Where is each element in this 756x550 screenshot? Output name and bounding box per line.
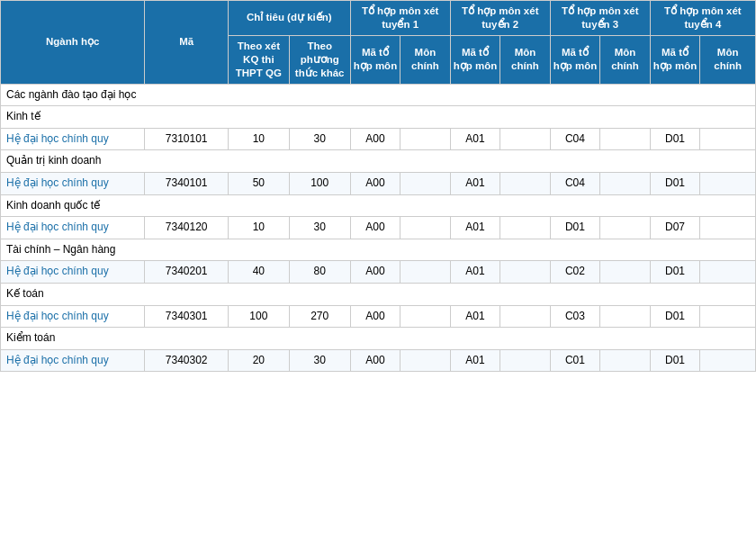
sub-label: Hệ đại học chính quy [1,305,145,328]
category-row: Tài chính – Ngân hàng [1,239,756,261]
mon-1-cell [400,305,451,328]
header-ma-to-2: Mã tổ hợp môn [450,35,500,84]
mon-3-cell [600,173,651,195]
mon-2-cell [500,173,551,195]
ma-to-2-cell: A01 [450,128,500,150]
theo-kq-cell: 50 [228,173,289,195]
header-chi-tieu: Chỉ tiêu (dự kiến) [228,1,350,36]
theo-pp-cell: 30 [289,349,350,372]
header-to-hop-4: Tổ hợp môn xét tuyển 4 [650,1,755,36]
ma-to-2-cell: A01 [450,217,500,239]
header-ma-to-1: Mã tổ hợp môn [350,35,400,84]
ma-to-2-cell: A01 [450,173,500,195]
category-row: Kế toán [1,284,756,306]
ma-to-1-cell: A00 [350,173,400,195]
ma-to-3-cell: C04 [550,128,600,150]
ma-cell: 7340301 [145,305,229,328]
sub-label: Hệ đại học chính quy [1,128,145,150]
mon-2-cell [500,128,551,150]
mon-4-cell [700,217,756,239]
category-label: Kinh tế [1,106,756,129]
ma-to-1-cell: A00 [350,305,400,328]
ma-to-4-cell: D01 [650,305,700,328]
theo-pp-cell: 100 [289,173,350,195]
mon-1-cell [400,261,451,284]
sub-label-row: Hệ đại học chính quy73101011030A00A01C04… [1,128,756,150]
header-theo-kq: Theo xét KQ thi THPT QG [228,35,289,84]
category-label: Quản trị kinh doanh [1,150,756,173]
mon-4-cell [700,261,756,284]
ma-to-3-cell: C02 [550,261,600,284]
theo-pp-cell: 30 [289,217,350,239]
header-to-hop-1: Tổ hợp môn xét tuyển 1 [350,1,450,36]
sub-label: Hệ đại học chính quy [1,173,145,195]
category-label: Kế toán [1,284,756,306]
data-table: Ngành học Mã Chỉ tiêu (dự kiến) Tổ hợp m… [0,0,756,372]
theo-kq-cell: 100 [228,305,289,328]
ma-to-4-cell: D01 [650,349,700,372]
category-row: Kinh doanh quốc tế [1,194,756,217]
ma-to-4-cell: D01 [650,128,700,150]
main-table-wrapper: Ngành học Mã Chỉ tiêu (dự kiến) Tổ hợp m… [0,0,756,372]
theo-kq-cell: 10 [228,128,289,150]
header-ma-to-4: Mã tổ hợp môn [650,35,700,84]
header-nghanh: Ngành học [1,1,145,85]
ma-to-4-cell: D07 [650,217,700,239]
header-mon-4: Môn chính [700,35,756,84]
section-header-row: Các ngành đào tạo đại học [1,84,756,106]
header-mon-3: Môn chính [600,35,651,84]
mon-3-cell [600,305,651,328]
header-row-1: Ngành học Mã Chỉ tiêu (dự kiến) Tổ hợp m… [1,1,756,36]
category-label: Kiểm toán [1,328,756,350]
section-label: Các ngành đào tạo đại học [1,84,756,106]
header-ma-to-3: Mã tổ hợp môn [550,35,600,84]
ma-to-2-cell: A01 [450,261,500,284]
mon-4-cell [700,305,756,328]
category-row: Kiểm toán [1,328,756,350]
sub-label-row: Hệ đại học chính quy73402014080A00A01C02… [1,261,756,284]
theo-kq-cell: 40 [228,261,289,284]
mon-4-cell [700,173,756,195]
theo-kq-cell: 10 [228,217,289,239]
sub-label: Hệ đại học chính quy [1,261,145,284]
sub-label-row: Hệ đại học chính quy7340301100270A00A01C… [1,305,756,328]
header-to-hop-2: Tổ hợp môn xét tuyển 2 [450,1,550,36]
ma-to-3-cell: C01 [550,349,600,372]
ma-to-2-cell: A01 [450,305,500,328]
mon-3-cell [600,128,651,150]
ma-to-1-cell: A00 [350,217,400,239]
mon-2-cell [500,261,551,284]
mon-3-cell [600,261,651,284]
mon-4-cell [700,349,756,372]
ma-to-4-cell: D01 [650,261,700,284]
ma-to-3-cell: C03 [550,305,600,328]
ma-to-3-cell: C04 [550,173,600,195]
header-mon-2: Môn chính [500,35,551,84]
ma-to-1-cell: A00 [350,261,400,284]
sub-label-row: Hệ đại học chính quy734010150100A00A01C0… [1,173,756,195]
mon-2-cell [500,349,551,372]
ma-cell: 7310101 [145,128,229,150]
category-row: Quản trị kinh doanh [1,150,756,173]
mon-4-cell [700,128,756,150]
mon-2-cell [500,305,551,328]
header-ma: Mã [145,1,229,85]
mon-3-cell [600,217,651,239]
category-label: Kinh doanh quốc tế [1,194,756,217]
ma-to-2-cell: A01 [450,349,500,372]
ma-cell: 7340302 [145,349,229,372]
category-label: Tài chính – Ngân hàng [1,239,756,261]
sub-label: Hệ đại học chính quy [1,217,145,239]
mon-3-cell [600,349,651,372]
table-body: Các ngành đào tạo đại họcKinh tếHệ đại h… [1,84,756,372]
theo-kq-cell: 20 [228,349,289,372]
mon-1-cell [400,217,451,239]
mon-2-cell [500,217,551,239]
ma-cell: 7340101 [145,173,229,195]
mon-1-cell [400,349,451,372]
ma-to-1-cell: A00 [350,349,400,372]
ma-to-1-cell: A00 [350,128,400,150]
mon-1-cell [400,173,451,195]
category-row: Kinh tế [1,106,756,129]
header-to-hop-3: Tổ hợp môn xét tuyển 3 [550,1,650,36]
